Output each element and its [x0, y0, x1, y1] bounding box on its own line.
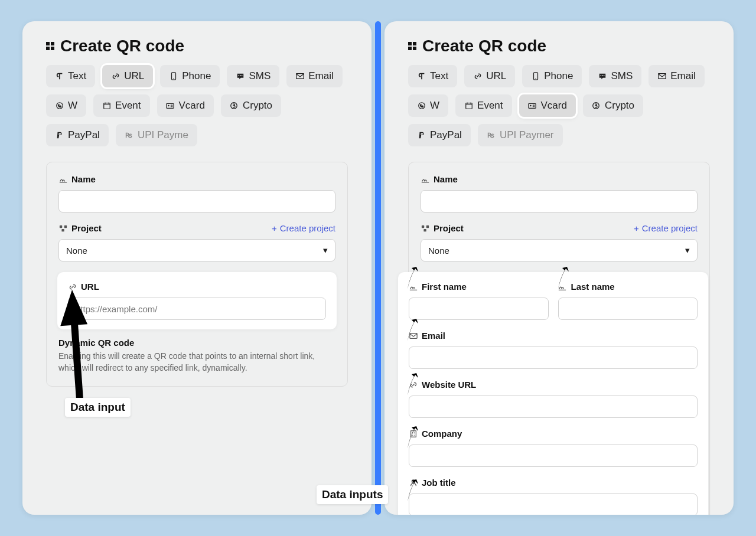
tab-email[interactable]: Email: [649, 65, 705, 87]
tab-url[interactable]: URL: [102, 65, 153, 87]
tab-email[interactable]: Email: [286, 65, 343, 87]
tab-phone[interactable]: Phone: [522, 65, 582, 87]
annotation-arrow: [55, 290, 90, 408]
plus-icon: +: [634, 223, 639, 233]
svg-point-17: [604, 75, 605, 76]
svg-point-5: [56, 103, 63, 109]
form: Name Project +Create project None▾ First…: [408, 162, 710, 515]
signature-icon: [58, 175, 67, 184]
annotation-arrow: [557, 267, 570, 289]
link-icon: [111, 72, 120, 81]
chevron-down-icon: ▾: [685, 245, 690, 256]
tab-w[interactable]: W: [408, 94, 448, 117]
first-name-input[interactable]: [409, 298, 549, 320]
svg-point-4: [242, 75, 243, 76]
dynamic-desc: Enabling this will create a QR code that…: [58, 350, 335, 374]
svg-rect-20: [529, 104, 536, 109]
tab-paypal[interactable]: PayPal: [408, 124, 471, 146]
env-icon: [657, 72, 666, 81]
wa-icon: [417, 102, 426, 110]
tab-event[interactable]: Event: [455, 94, 511, 117]
tab-event[interactable]: Event: [93, 94, 149, 117]
svg-point-16: [602, 75, 603, 76]
upi-icon: ₨: [125, 131, 133, 140]
last-name-input[interactable]: [558, 298, 698, 320]
svg-point-1: [173, 79, 174, 79]
svg-point-18: [418, 103, 425, 109]
name-label: Name: [434, 174, 458, 184]
tab-sms[interactable]: SMS: [589, 65, 641, 87]
name-input[interactable]: [421, 190, 698, 213]
sms-icon: [236, 72, 245, 81]
tab-w[interactable]: W: [46, 94, 86, 117]
job-title-input[interactable]: [409, 493, 698, 515]
svg-rect-11: [64, 225, 66, 227]
chevron-down-icon: ▾: [323, 245, 328, 256]
tab-vcard[interactable]: Vcard: [157, 94, 214, 117]
tab-crypto[interactable]: Crypto: [221, 94, 281, 117]
callout-right: Data inputs: [317, 485, 388, 504]
annotation-arrow: [406, 267, 419, 289]
tab-url[interactable]: URL: [464, 65, 515, 87]
email-input[interactable]: [409, 347, 698, 369]
tab-text[interactable]: Text: [408, 65, 457, 87]
url-input[interactable]: [68, 298, 326, 320]
dynamic-section: Dynamic QR code Enabling this will creat…: [58, 338, 335, 374]
tab-crypto[interactable]: Crypto: [583, 94, 643, 117]
name-field: Name: [58, 174, 335, 213]
svg-rect-7: [167, 104, 174, 109]
signature-icon: [421, 175, 429, 184]
card-icon: [166, 102, 175, 110]
svg-rect-12: [61, 228, 64, 231]
svg-point-8: [168, 105, 170, 107]
callout-left: Data input: [65, 398, 131, 417]
company-input[interactable]: [409, 445, 698, 467]
phone-icon: [169, 72, 178, 81]
left-panel: Create QR code TextURLPhoneSMSEmailWEven…: [22, 21, 372, 515]
tab-upi payme[interactable]: ₨UPI Payme: [116, 124, 197, 146]
page-title: Create QR code: [422, 37, 546, 55]
annotation-arrow: [406, 479, 419, 502]
tab-phone[interactable]: Phone: [160, 65, 220, 87]
wa-icon: [55, 102, 64, 110]
cal-icon: [102, 102, 111, 110]
project-icon: [58, 224, 67, 233]
project-select[interactable]: None▾: [421, 239, 698, 262]
svg-rect-19: [465, 103, 472, 109]
project-icon: [421, 224, 429, 233]
page-title: Create QR code: [60, 37, 184, 55]
svg-rect-10: [59, 225, 61, 227]
pp-icon: [417, 131, 426, 140]
para-icon: [55, 72, 64, 81]
qr-icon: [408, 42, 416, 50]
env-icon: [295, 72, 304, 81]
create-project-link[interactable]: +Create project: [634, 223, 698, 233]
upi-icon: ₨: [487, 131, 496, 140]
tab-upi paymer[interactable]: ₨UPI Paymer: [478, 124, 563, 146]
plus-icon: +: [272, 223, 277, 233]
card-icon: [528, 102, 537, 110]
svg-point-21: [530, 105, 532, 107]
svg-rect-6: [103, 103, 110, 109]
create-project-link[interactable]: +Create project: [272, 223, 335, 233]
project-select[interactable]: None▾: [58, 239, 335, 262]
svg-point-2: [238, 75, 239, 76]
name-input[interactable]: [58, 190, 335, 213]
pp-icon: [55, 131, 64, 140]
svg-point-14: [535, 79, 536, 79]
project-field: Project +Create project None▾: [58, 223, 335, 262]
form: Name Project +Create project None▾ URL D…: [46, 162, 348, 387]
name-label: Name: [71, 174, 96, 184]
tab-paypal[interactable]: PayPal: [46, 124, 109, 146]
tab-text[interactable]: Text: [46, 65, 95, 87]
project-label: Project: [434, 223, 464, 233]
annotation-arrow: [406, 319, 419, 341]
website-input[interactable]: [409, 396, 698, 418]
para-icon: [417, 72, 426, 81]
tab-vcard[interactable]: Vcard: [519, 94, 576, 117]
dynamic-title: Dynamic QR code: [58, 338, 335, 348]
cal-icon: [464, 102, 473, 110]
url-card: URL: [57, 272, 337, 329]
svg-rect-23: [421, 225, 423, 227]
tab-sms[interactable]: SMS: [227, 65, 279, 87]
